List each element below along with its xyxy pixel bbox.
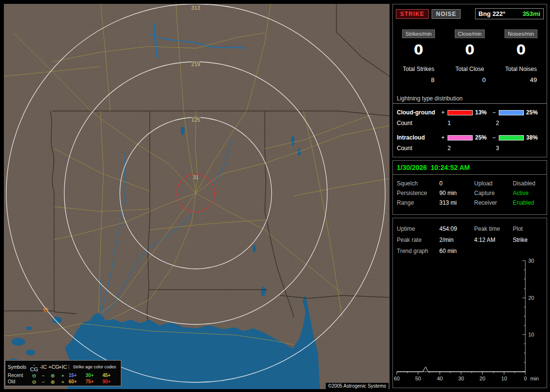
cloud-ground-count-row: Count 1 2 <box>393 120 547 126</box>
cg-count-label: Count <box>397 120 448 126</box>
upload-status: Disabled <box>513 180 543 187</box>
strike-mode-button[interactable]: STRIKE <box>396 9 429 19</box>
cg-plus-bar <box>448 110 473 115</box>
legend-old-label: Old <box>8 379 29 384</box>
ic-count-label: Count <box>397 145 448 152</box>
mode-button-row: STRIKE NOISE Bng 222° 353mi <box>396 8 544 19</box>
graph-axes <box>397 261 525 375</box>
intracloud-label: Intracloud <box>397 134 441 141</box>
strikes-per-min-col: Strikes/min 0 <box>393 29 444 58</box>
cg-minus-sign: − <box>492 109 496 116</box>
distribution-title: Lightning type distribution <box>393 95 547 104</box>
recent-pos-cg-icon: ⊕ <box>48 373 57 378</box>
total-noises-value: 49 <box>495 76 547 84</box>
cg-plus-sign: + <box>441 109 446 116</box>
old-pos-cg-icon: ⊕ <box>48 379 57 384</box>
trend-graph: 30 20 10 60 50 40 30 20 10 0 min <box>394 257 546 387</box>
rate-counters: Strikes/min 0 Close/min 0 Noises/min 0 <box>393 29 547 58</box>
ic-minus-count: 3 <box>496 145 499 152</box>
settings-row-persistence: Persistence 90 min Capture Active <box>397 188 543 198</box>
svg-text:20: 20 <box>479 376 485 381</box>
strikes-per-min-value: 0 <box>393 42 444 58</box>
legend-col-neg-ic: -IC <box>39 364 47 369</box>
total-strikes-label: Total Strikes <box>393 66 444 72</box>
peak-rate-value: 2/min <box>439 237 474 243</box>
age-75: 75+ <box>86 379 101 384</box>
squelch-label: Squelch <box>397 180 439 187</box>
graph-y-labels: 30 20 10 <box>528 258 534 337</box>
persistence-value: 90 min <box>439 190 474 196</box>
strike-rate-trace <box>397 367 525 372</box>
svg-text:60: 60 <box>394 376 400 381</box>
map-display[interactable]: 313 219 125 31 Symbols -CG -IC +CG +IC S… <box>4 4 390 389</box>
svg-text:10: 10 <box>501 376 507 381</box>
legend-col-neg-cg: -CG <box>30 362 38 372</box>
uptime-value: 454:09 <box>439 225 474 232</box>
settings-panel: 1/30/2026 10:24:52 AM Squelch 0 Upload D… <box>392 160 547 215</box>
intracloud-count-row: Count 2 3 <box>393 145 547 152</box>
close-per-min-button[interactable]: Close/min <box>455 29 485 38</box>
map-legend: Symbols -CG -IC +CG +IC Strike age color… <box>5 360 121 386</box>
receiver-status: Enabled <box>513 199 543 206</box>
trend-graph-label: Trend graph <box>397 248 439 254</box>
cloud-ground-row: Cloud-ground + 13% − 25% <box>393 109 547 116</box>
graph-x-unit: min <box>530 376 539 381</box>
cg-minus-count: 2 <box>496 120 499 126</box>
ic-plus-sign: + <box>441 134 446 141</box>
old-neg-cg-icon: ⊖ <box>30 379 38 384</box>
cg-minus-bar <box>499 110 524 115</box>
cg-plus-pct: 13% <box>475 109 492 116</box>
settings-grid: Squelch 0 Upload Disabled Persistence 90… <box>393 175 547 208</box>
strikes-per-min-button[interactable]: Strikes/min <box>402 29 435 38</box>
total-close-label: Total Close <box>444 66 495 72</box>
squelch-value: 0 <box>439 180 474 187</box>
legend-age-title: Strike age color codes <box>69 364 118 369</box>
close-per-min-value: 0 <box>444 42 495 58</box>
status-row-2: Peak rate 2/min 4:12 AM Strike <box>397 234 543 245</box>
svg-text:30: 30 <box>458 376 464 381</box>
ic-minus-bar <box>499 135 524 140</box>
old-neg-ic-icon: − <box>39 379 47 384</box>
ic-plus-count: 2 <box>448 145 496 152</box>
recent-neg-ic-icon: − <box>39 373 47 378</box>
counters-panel: STRIKE NOISE Bng 222° 353mi Strikes/min … <box>392 4 547 157</box>
uptime-label: Uptime <box>397 225 439 232</box>
noise-mode-button[interactable]: NOISE <box>432 9 461 19</box>
noises-per-min-button[interactable]: Noises/min <box>505 29 537 38</box>
plot-value: Strike <box>513 237 543 243</box>
age-45: 45+ <box>102 373 118 378</box>
recent-pos-ic-icon: + <box>58 373 68 378</box>
status-grid: Uptime 454:09 Peak time Plot Peak rate 2… <box>393 218 547 256</box>
age-15: 15+ <box>69 373 85 378</box>
map-svg[interactable]: 313 219 125 31 <box>4 4 390 389</box>
receiver-label: Receiver <box>474 199 513 206</box>
range-value: 313 mi <box>439 199 474 206</box>
total-noises-label: Total Noises <box>495 66 547 72</box>
total-close-value: 0 <box>444 76 495 84</box>
legend-col-pos-ic: +IC <box>58 364 68 369</box>
legend-recent-label: Recent <box>8 373 29 378</box>
ic-plus-pct: 25% <box>475 134 492 141</box>
recent-neg-cg-icon: ⊖ <box>30 373 38 378</box>
bearing-readout: Bng 222° 353mi <box>475 8 544 19</box>
noises-per-min-value: 0 <box>495 42 547 58</box>
settings-row-range: Range 313 mi Receiver Enabled <box>397 198 543 208</box>
total-strikes-col: Total Strikes 8 <box>393 66 444 84</box>
bearing-label: Bng 222° <box>478 10 506 17</box>
status-row-trend: Trend graph 60 min <box>397 245 543 256</box>
svg-text:20: 20 <box>528 295 534 301</box>
ring-label-125: 125 <box>191 117 200 123</box>
age-30: 30+ <box>86 373 101 378</box>
capture-status: Active <box>513 190 543 196</box>
bearing-distance: 353mi <box>522 10 540 17</box>
svg-text:0: 0 <box>524 376 527 381</box>
svg-text:40: 40 <box>437 376 443 381</box>
persistence-label: Persistence <box>397 190 439 196</box>
upload-label: Upload <box>474 180 513 187</box>
datetime-display: 1/30/2026 10:24:52 AM <box>393 161 547 175</box>
copyright-text: ©2005 Astrogenic Systems <box>326 383 389 389</box>
peak-time-label: Peak time <box>474 225 513 232</box>
svg-text:10: 10 <box>528 332 534 337</box>
intracloud-row: Intracloud + 25% − 38% <box>393 134 547 141</box>
ic-plus-bar <box>448 135 473 140</box>
